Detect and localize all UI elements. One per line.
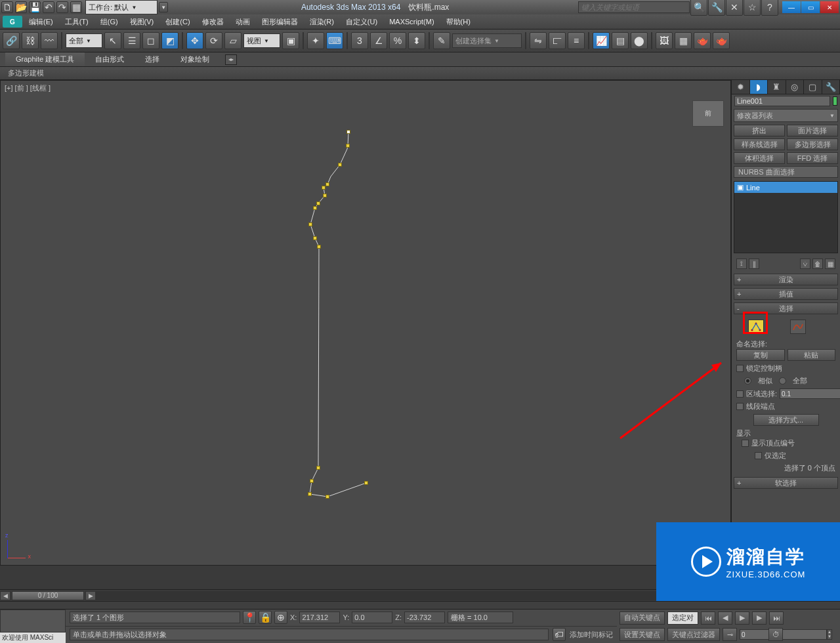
move-icon[interactable]: ✥ (186, 32, 203, 49)
vertex[interactable] (308, 492, 312, 496)
keyboard-shortcut-icon[interactable]: ⌨ (326, 32, 343, 49)
rollout-interp[interactable]: +插值 (734, 288, 838, 300)
menu-rendering[interactable]: 渲染(R) (304, 16, 339, 28)
vertex[interactable] (323, 194, 327, 197)
menu-customize[interactable]: 自定义(U) (341, 16, 383, 28)
ribbon-tab-selection[interactable]: 选择 (135, 52, 170, 66)
area-select-checkbox[interactable] (736, 390, 744, 398)
pin-stack-icon[interactable]: ⟟ (736, 259, 747, 269)
select-by-name-icon[interactable]: ☰ (123, 32, 140, 49)
vertex[interactable] (322, 186, 326, 190)
radio-all[interactable] (779, 377, 786, 384)
vertex[interactable] (313, 206, 317, 210)
render-iterative-icon[interactable]: 🫖 (713, 32, 730, 49)
mod-btn-ffdsel[interactable]: FFD 选择 (787, 152, 838, 164)
selection-filter[interactable]: 全部▼ (66, 33, 102, 48)
mod-btn-patchsel[interactable]: 面片选择 (787, 125, 838, 136)
render-setup-icon[interactable]: 🖼 (656, 32, 673, 49)
track-bar[interactable] (0, 601, 840, 609)
workspace-more-icon[interactable]: ▼ (159, 2, 168, 12)
menu-tools[interactable]: 工具(T) (60, 16, 94, 28)
prev-frame-icon[interactable]: ◀ (718, 612, 732, 625)
modifier-list-dropdown[interactable]: 修改器列表▼ (734, 109, 838, 122)
menu-animation[interactable]: 动画 (230, 16, 255, 28)
mini-listener[interactable] (0, 610, 66, 633)
angle-snap-icon[interactable]: ∠ (370, 32, 387, 49)
ribbon-expand-icon[interactable]: ◂▸ (225, 54, 237, 65)
current-frame-spinner[interactable]: ▲▼ (740, 629, 766, 640)
menu-create[interactable]: 创建(C) (160, 16, 195, 28)
mod-btn-extrude[interactable]: 挤出 (734, 125, 785, 136)
cp-tab-create-icon[interactable]: ✹ (732, 80, 750, 94)
vertex[interactable] (310, 479, 314, 483)
vertex[interactable] (317, 245, 321, 249)
goto-start-icon[interactable]: ⏮ (701, 612, 715, 625)
scale-icon[interactable]: ▱ (224, 32, 242, 49)
manipulate-icon[interactable]: ✦ (307, 32, 324, 49)
menu-modifiers[interactable]: 修改器 (197, 16, 229, 28)
subobject-spline-button[interactable] (790, 320, 806, 334)
remove-mod-icon[interactable]: 🗑 (812, 259, 823, 269)
close-button[interactable]: ✕ (820, 1, 839, 13)
key-filters-button[interactable]: 关键点过滤器 (667, 628, 720, 641)
vertex[interactable] (308, 222, 312, 226)
cp-tab-utilities-icon[interactable]: 🔧 (822, 80, 841, 94)
vertex[interactable] (346, 144, 350, 148)
select-link-icon[interactable]: 🔗 (3, 32, 20, 49)
rollout-render[interactable]: +渲染 (734, 274, 838, 285)
save-file-icon[interactable]: 💾 (29, 1, 41, 13)
cp-tab-modify-icon[interactable]: ◗ (750, 80, 768, 94)
vertex[interactable] (326, 495, 329, 499)
viewport-front[interactable]: [+] [前 ] [线框 ] 前 (0, 80, 731, 566)
area-select-spinner[interactable]: ▲▼ (780, 388, 810, 399)
time-handle[interactable]: 0 / 100 (12, 591, 84, 600)
expand-icon[interactable]: ▣ (737, 183, 744, 192)
undo-icon[interactable]: ↶ (43, 1, 54, 13)
menu-help[interactable]: 帮助(H) (441, 16, 476, 28)
z-coord-input[interactable] (404, 612, 445, 623)
select-object-icon[interactable]: ↖ (104, 32, 121, 49)
lock-selection-icon[interactable]: 🔒 (259, 611, 272, 624)
ribbon-sub-poly[interactable]: 多边形建模 (0, 67, 52, 79)
radio-similar[interactable] (744, 377, 751, 384)
rotate-icon[interactable]: ⟳ (205, 32, 222, 49)
selection-region-icon[interactable]: ◻ (142, 32, 159, 49)
material-editor-icon[interactable]: ⬤ (631, 32, 648, 49)
align-icon[interactable]: ⫍ (549, 32, 566, 49)
time-config-icon[interactable]: ⏱ (768, 628, 783, 641)
window-crossing-icon[interactable]: ◩ (161, 32, 178, 49)
selection-lock-icon[interactable]: 📍 (243, 611, 256, 624)
x-coord-input[interactable] (299, 612, 340, 623)
menu-view[interactable]: 视图(V) (125, 16, 159, 28)
project-icon[interactable]: ▦ (70, 1, 82, 13)
vertex[interactable] (316, 201, 320, 205)
percent-snap-icon[interactable]: % (389, 32, 406, 49)
object-name-input[interactable] (734, 96, 830, 106)
favorites-icon[interactable]: ☆ (744, 0, 761, 16)
cp-tab-hierarchy-icon[interactable]: ♜ (768, 80, 786, 94)
help-icon[interactable]: ? (761, 0, 778, 16)
time-tag-icon[interactable]: 🏷 (553, 628, 566, 641)
vertex[interactable] (346, 130, 350, 134)
show-vertex-num-checkbox[interactable] (742, 440, 749, 447)
spinner-snap-icon[interactable]: ⬍ (408, 32, 425, 49)
segment-end-checkbox[interactable] (736, 403, 744, 410)
minimize-button[interactable]: — (782, 1, 801, 13)
lock-handles-checkbox[interactable] (736, 365, 744, 372)
subscription-icon[interactable]: 🔧 (708, 0, 725, 16)
search-input[interactable] (578, 1, 690, 13)
show-end-icon[interactable]: ∥ (749, 259, 759, 269)
coord-display-icon[interactable]: ⊕ (274, 611, 287, 624)
vertex[interactable] (364, 481, 368, 485)
app-menu-icon[interactable]: G (3, 16, 22, 28)
auto-key-button[interactable]: 自动关键点 (620, 612, 665, 625)
vertex[interactable] (316, 466, 320, 470)
y-coord-input[interactable] (352, 612, 392, 623)
mod-btn-polysel[interactable]: 多边形选择 (787, 138, 838, 150)
layer-manager-icon[interactable]: ≡ (568, 32, 585, 49)
cp-tab-display-icon[interactable]: ▢ (804, 80, 822, 94)
render-production-icon[interactable]: 🫖 (694, 32, 711, 49)
vertex[interactable] (338, 163, 342, 167)
config-mod-icon[interactable]: ▦ (825, 259, 835, 269)
modifier-stack[interactable]: ▣ Line (734, 181, 838, 253)
